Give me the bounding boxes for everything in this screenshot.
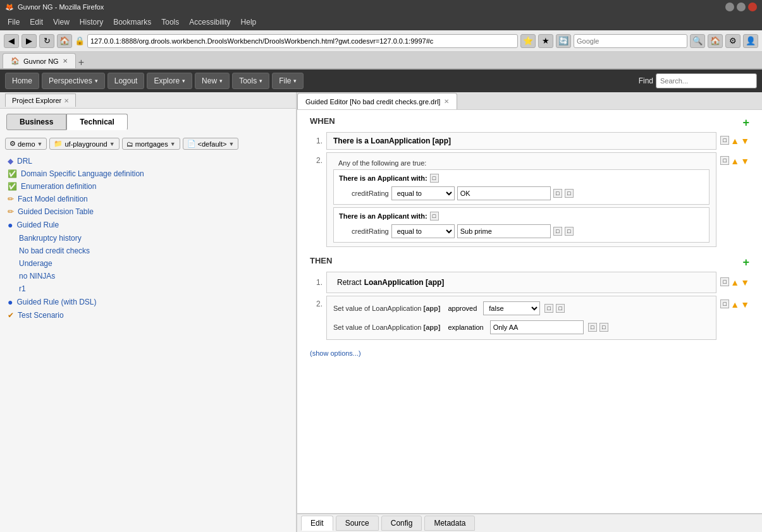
menu-edit[interactable]: Edit — [25, 15, 48, 29]
drl-icon: ◆ — [8, 157, 13, 166]
bottom-tab-edit[interactable]: Edit — [301, 516, 333, 531]
tree-item-drl[interactable]: ◆ DRL — [0, 155, 296, 167]
menu-file[interactable]: File — [3, 15, 25, 29]
tab-close-button[interactable]: ✕ — [63, 57, 68, 64]
find-input[interactable] — [656, 73, 757, 88]
profile-button[interactable]: 👤 — [743, 34, 758, 48]
browser-tab[interactable]: 🏠 Guvnor NG ✕ — [3, 53, 76, 68]
sub-cond1-edit[interactable]: □ — [553, 189, 562, 198]
tree-child-underage[interactable]: Underage — [0, 257, 296, 270]
cond2-delete[interactable]: □ — [720, 156, 729, 165]
set-value-2-delete[interactable]: □ — [599, 323, 608, 332]
sub-cond2-value[interactable] — [457, 224, 551, 238]
guided-editor-tab[interactable]: Guided Editor [No bad credit checks.gre.… — [297, 93, 457, 109]
set-value-1-dropdown[interactable]: false — [483, 301, 540, 315]
menu-accessibility[interactable]: Accessibility — [184, 15, 235, 29]
technical-toggle[interactable]: Technical — [66, 114, 127, 130]
cond1-delete[interactable]: □ — [720, 136, 729, 145]
home-nav-button[interactable]: 🏠 — [57, 34, 72, 48]
url-input[interactable] — [87, 34, 518, 48]
sub-cond1-btn[interactable]: □ — [430, 174, 439, 183]
menu-history[interactable]: History — [75, 15, 108, 29]
cond1-down[interactable]: ▼ — [740, 136, 749, 146]
mortgages-icon: 🗂 — [126, 140, 133, 148]
bottom-tab-config[interactable]: Config — [381, 516, 422, 531]
sub-cond2-delete2[interactable]: □ — [565, 227, 574, 236]
set-value-2-edit[interactable]: □ — [588, 323, 597, 332]
when-add-button[interactable]: + — [742, 116, 749, 130]
new-button[interactable]: New ▾ — [195, 73, 230, 89]
tree-child-r1[interactable]: r1 — [0, 282, 296, 295]
go-button[interactable]: ⭐ — [520, 34, 536, 48]
perspectives-button[interactable]: Perspectives ▾ — [42, 73, 105, 89]
show-options-link[interactable]: (show options...) — [310, 349, 361, 357]
settings-button[interactable]: ⚙ — [725, 34, 740, 48]
cond1-up[interactable]: ▲ — [730, 136, 739, 146]
tree-item-fact-model[interactable]: ✏ Fact Model definition — [0, 193, 296, 205]
sub-cond2-edit[interactable]: □ — [553, 227, 562, 236]
then2-delete[interactable]: □ — [720, 299, 729, 308]
bottom-tab-metadata[interactable]: Metadata — [424, 516, 475, 531]
menu-bookmarks[interactable]: Bookmarks — [108, 15, 156, 29]
home-toolbar-button[interactable]: Home — [5, 73, 39, 89]
mortgages-dropdown[interactable]: 🗂 mortgages ▼ — [122, 138, 180, 150]
search-box[interactable] — [574, 34, 687, 48]
tree-item-guided-rule-dsl[interactable]: ● Guided Rule (with DSL) — [0, 295, 296, 309]
demo-icon: ⚙ — [9, 140, 16, 148]
sub-cond1-delete2[interactable]: □ — [565, 189, 574, 198]
sub-cond2-btn[interactable]: □ — [430, 212, 439, 221]
close-button[interactable] — [748, 3, 757, 11]
logout-button[interactable]: Logout — [108, 73, 145, 89]
back-button[interactable]: ◀ — [4, 34, 19, 48]
set-value-2-input[interactable] — [490, 320, 584, 334]
sub-cond1-value[interactable] — [457, 186, 551, 200]
business-toggle[interactable]: Business — [6, 114, 66, 130]
menu-tools[interactable]: Tools — [156, 15, 184, 29]
minimize-button[interactable] — [725, 3, 734, 11]
home2-button[interactable]: 🏠 — [708, 34, 723, 48]
menu-help[interactable]: Help — [236, 15, 262, 29]
explore-button[interactable]: Explore ▾ — [147, 73, 192, 89]
when-header-row: WHEN + — [310, 116, 749, 130]
tree-child-no-bad-credit[interactable]: No bad credit checks — [0, 245, 296, 257]
then2-up[interactable]: ▲ — [730, 299, 739, 310]
bookmark-button[interactable]: ★ — [538, 34, 553, 48]
project-explorer-tab[interactable]: Project Explorer ✕ — [5, 94, 76, 107]
sub-cond2-operator[interactable]: equal to — [391, 224, 455, 238]
cond2-down[interactable]: ▼ — [740, 156, 749, 166]
then1-delete[interactable]: □ — [720, 277, 729, 286]
then1-up[interactable]: ▲ — [730, 277, 739, 287]
editor-tabbar: Guided Editor [No bad credit checks.gre.… — [297, 92, 762, 110]
uf-playground-dropdown[interactable]: 📁 uf-playground ▼ — [49, 138, 119, 150]
new-tab-button[interactable]: + — [78, 57, 84, 68]
then-add-button[interactable]: + — [742, 256, 749, 269]
menu-view[interactable]: View — [48, 15, 75, 29]
then2-down[interactable]: ▼ — [740, 299, 749, 310]
tree-item-decision-table[interactable]: ✏ Guided Decision Table — [0, 205, 296, 218]
tree-child-bankruptcy[interactable]: Bankruptcy history — [0, 232, 296, 245]
bottom-tab-source[interactable]: Source — [336, 516, 379, 531]
guided-editor-tab-close[interactable]: ✕ — [444, 98, 449, 105]
then1-down[interactable]: ▼ — [740, 277, 749, 287]
set-value-1-delete[interactable]: □ — [556, 304, 565, 313]
project-explorer-close[interactable]: ✕ — [64, 97, 69, 104]
tree-item-guided-rule[interactable]: ● Guided Rule — [0, 218, 296, 232]
forward-button[interactable]: ▶ — [22, 34, 37, 48]
tree-item-test-scenario[interactable]: ✔ Test Scenario — [0, 309, 296, 322]
maximize-button[interactable] — [737, 3, 746, 11]
reload-button[interactable]: 🔄 — [556, 34, 571, 48]
search-button[interactable]: 🔍 — [690, 34, 705, 48]
tree-item-dsl[interactable]: ✅ Domain Specific Language definition — [0, 167, 296, 180]
tools-button[interactable]: Tools ▾ — [232, 73, 269, 89]
file-button[interactable]: File ▾ — [272, 73, 304, 89]
sub-cond1-operator[interactable]: equal to — [391, 186, 455, 200]
tree-item-enum[interactable]: ✅ Enumeration definition — [0, 180, 296, 193]
demo-dropdown[interactable]: ⚙ demo ▼ — [5, 138, 47, 150]
cond2-num: 2. — [310, 156, 323, 165]
perspectives-arrow: ▾ — [95, 78, 98, 84]
default-dropdown[interactable]: 📄 <default> ▼ — [183, 138, 239, 150]
tree-child-no-ninjas[interactable]: no NINJAs — [0, 270, 296, 282]
refresh-button[interactable]: ↻ — [39, 34, 54, 48]
set-value-1-edit[interactable]: □ — [544, 304, 553, 313]
cond2-up[interactable]: ▲ — [730, 156, 739, 166]
